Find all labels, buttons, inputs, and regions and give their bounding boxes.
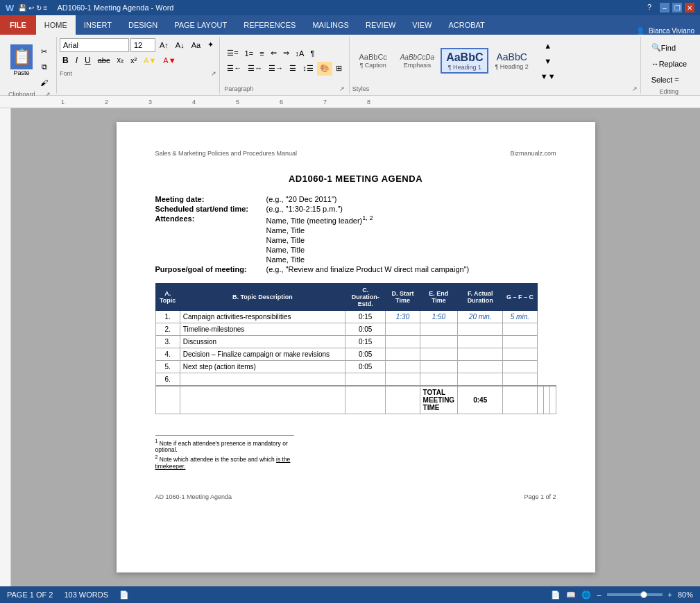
style-caption-preview: AaBbCc bbox=[359, 53, 386, 62]
tab-home[interactable]: HOME bbox=[36, 15, 76, 35]
tab-review[interactable]: REVIEW bbox=[357, 15, 404, 35]
style-heading2[interactable]: AaBbC ¶ Heading 2 bbox=[490, 49, 533, 72]
bullets-button[interactable]: ☰= bbox=[224, 46, 241, 60]
tab-file[interactable]: FILE bbox=[0, 15, 36, 35]
styles-scroll-down[interactable]: ▼ bbox=[538, 54, 558, 68]
style-emphasis[interactable]: AaBbCcDa Emphasis bbox=[395, 51, 439, 71]
align-right-button[interactable]: ☰→ bbox=[266, 62, 286, 76]
header-left: Sales & Marketing Policies and Procedure… bbox=[155, 150, 298, 157]
copy-button[interactable]: ⧉ bbox=[37, 60, 51, 74]
borders-button[interactable]: ⊞ bbox=[333, 62, 345, 76]
show-para-button[interactable]: ¶ bbox=[307, 46, 317, 60]
style-heading1[interactable]: AaBbC ¶ Heading 1 bbox=[441, 48, 488, 74]
paragraph-section: ☰= 1= ≡ ⇐ ⇒ ↕A ¶ ☰← ☰↔ ☰→ ☰ ↕☰ 🎨 ⊞ bbox=[220, 37, 350, 94]
table-cell-actual bbox=[458, 323, 503, 335]
user-info: 👤 Bianca Viviano bbox=[636, 27, 694, 35]
text-highlight-button[interactable]: A▼ bbox=[141, 53, 159, 67]
tab-references[interactable]: REFERENCES bbox=[235, 15, 304, 35]
table-cell-start bbox=[386, 323, 420, 335]
paste-icon: 📋 bbox=[10, 44, 33, 69]
table-cell-calc bbox=[503, 335, 537, 348]
underline-button[interactable]: U bbox=[82, 53, 94, 67]
table-cell-num: 1. bbox=[155, 310, 180, 323]
sort-button[interactable]: ↕A bbox=[293, 46, 307, 60]
table-cell-calc bbox=[503, 348, 537, 360]
increase-indent-button[interactable]: ⇒ bbox=[280, 46, 292, 60]
font-color-button[interactable]: A▼ bbox=[160, 53, 178, 67]
change-case-button[interactable]: Aa bbox=[189, 38, 203, 52]
tab-acrobat[interactable]: ACROBAT bbox=[440, 15, 493, 35]
style-caption[interactable]: AaBbCc ¶ Caption bbox=[352, 51, 394, 71]
attendees-value1: Name, Title (meeting leader)1, 2 bbox=[266, 214, 373, 225]
tab-design[interactable]: DESIGN bbox=[120, 15, 166, 35]
strikethrough-button[interactable]: abc bbox=[95, 53, 113, 67]
ribbon-tabs: FILE HOME INSERT DESIGN PAGE LAYOUT REFE… bbox=[0, 15, 700, 35]
table-cell-desc: Campaign activities-responsibilities bbox=[180, 310, 345, 323]
style-heading2-preview: AaBbC bbox=[496, 51, 527, 63]
table-cell-actual bbox=[458, 360, 503, 373]
table-cell-start bbox=[386, 373, 420, 386]
col-g-header: G – F – C bbox=[503, 283, 537, 310]
table-cell-calc bbox=[503, 360, 537, 373]
tab-view[interactable]: VIEW bbox=[404, 15, 440, 35]
attendees-value2: Name, Title bbox=[266, 226, 305, 235]
total-value: 0:45 bbox=[458, 386, 503, 414]
format-painter-button[interactable]: 🖌 bbox=[37, 76, 51, 90]
styles-expand[interactable]: ↗ bbox=[632, 85, 638, 92]
decrease-indent-button[interactable]: ⇐ bbox=[268, 46, 280, 60]
styles-gallery: AaBbCc ¶ Caption AaBbCcDa Emphasis AaBbC… bbox=[352, 38, 638, 84]
align-center-button[interactable]: ☰↔ bbox=[245, 62, 265, 76]
purpose-label: Purpose/goal of meeting: bbox=[155, 265, 266, 273]
footer-left: AD 1060-1 Meeting Agenda bbox=[155, 493, 232, 500]
font-size-input[interactable] bbox=[130, 38, 155, 52]
help-icon[interactable]: ? bbox=[647, 3, 651, 12]
cut-button[interactable]: ✂ bbox=[37, 45, 51, 59]
numbering-button[interactable]: 1= bbox=[242, 46, 257, 60]
find-button[interactable]: 🔍 Find bbox=[647, 41, 692, 55]
subscript-button[interactable]: x₂ bbox=[114, 53, 126, 67]
font-expand[interactable]: ↗ bbox=[211, 70, 216, 77]
grow-font-button[interactable]: A↑ bbox=[157, 38, 171, 52]
minimize-button[interactable]: – bbox=[660, 3, 669, 12]
col-c-header: C. Duration- Estd. bbox=[345, 283, 385, 310]
col-f-header: F. Actual Duration bbox=[458, 283, 503, 310]
font-name-input[interactable] bbox=[60, 38, 129, 52]
justify-button[interactable]: ☰ bbox=[287, 62, 299, 76]
table-cell-num: 3. bbox=[155, 335, 180, 348]
table-cell-end bbox=[420, 348, 458, 360]
shrink-font-button[interactable]: A↓ bbox=[173, 38, 187, 52]
line-spacing-button[interactable]: ↕☰ bbox=[300, 62, 316, 76]
styles-more[interactable]: ▼▼ bbox=[538, 69, 558, 83]
clear-format-button[interactable]: ✦ bbox=[205, 38, 216, 52]
footer-right: Page 1 of 2 bbox=[524, 493, 556, 500]
styles-scroll-up[interactable]: ▲ bbox=[538, 39, 558, 53]
tab-page-layout[interactable]: PAGE LAYOUT bbox=[166, 15, 235, 35]
meeting-info: Meeting date: (e.g., "20 Dec 2011") Sche… bbox=[155, 195, 556, 273]
paste-button[interactable]: 📋 Paste bbox=[8, 42, 35, 78]
bold-button[interactable]: B bbox=[60, 53, 71, 67]
paragraph-content: ☰= 1= ≡ ⇐ ⇒ ↕A ¶ ☰← ☰↔ ☰→ ☰ ↕☰ 🎨 ⊞ bbox=[224, 38, 345, 84]
table-cell-end: 1:50 bbox=[420, 310, 458, 323]
doc-footer: AD 1060-1 Meeting Agenda Page 1 of 2 bbox=[155, 491, 556, 500]
table-cell-desc bbox=[180, 373, 345, 386]
style-emphasis-preview: AaBbCcDa bbox=[400, 53, 434, 62]
para-expand[interactable]: ↗ bbox=[339, 85, 345, 92]
italic-button[interactable]: I bbox=[73, 53, 80, 67]
doc-area[interactable]: Sales & Marketing Policies and Procedure… bbox=[11, 108, 700, 586]
meeting-time-label: Scheduled start/end time: bbox=[155, 205, 266, 213]
superscript-button[interactable]: x² bbox=[128, 53, 139, 67]
select-button[interactable]: Select = bbox=[647, 73, 692, 87]
multilevel-list-button[interactable]: ≡ bbox=[257, 46, 266, 60]
table-cell-actual bbox=[458, 373, 503, 386]
table-cell-dur: 0:05 bbox=[345, 348, 385, 360]
shading-button[interactable]: 🎨 bbox=[317, 62, 332, 76]
document-page[interactable]: Sales & Marketing Policies and Procedure… bbox=[117, 122, 595, 572]
close-button[interactable]: ✕ bbox=[685, 3, 694, 12]
font-row2: B I U abc x₂ x² A▼ A▼ bbox=[60, 53, 216, 67]
tab-insert[interactable]: INSERT bbox=[76, 15, 120, 35]
restore-button[interactable]: ❐ bbox=[672, 3, 682, 12]
align-left-button[interactable]: ☰← bbox=[224, 62, 244, 76]
font-row1: A↑ A↓ Aa ✦ bbox=[60, 38, 216, 52]
replace-button[interactable]: ↔ Replace bbox=[647, 57, 692, 71]
tab-mailings[interactable]: MAILINGS bbox=[304, 15, 357, 35]
